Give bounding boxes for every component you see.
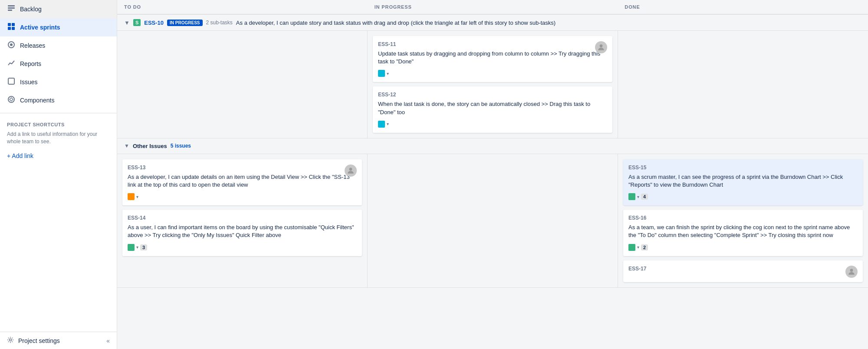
card-ess14[interactable]: ESS-14 As a user, I can find important i…	[122, 210, 362, 256]
other-inprogress-cell	[368, 154, 618, 287]
card-ess16-title: As a team, we can finish the sprint by c…	[628, 224, 858, 239]
sidebar-item-reports-label: Reports	[20, 60, 41, 67]
reports-icon	[7, 59, 16, 69]
settings-icon	[7, 336, 14, 345]
col-header-todo: TO DO	[117, 0, 368, 14]
sidebar-item-issues[interactable]: Issues	[0, 73, 117, 91]
other-issues-collapse-icon: ▼	[124, 143, 129, 149]
ess12-type-badge	[378, 121, 385, 128]
ess11-chevron[interactable]: ▾	[387, 71, 389, 76]
svg-rect-2	[8, 10, 12, 11]
sidebar-item-backlog[interactable]: Backlog	[0, 0, 117, 18]
col-header-done: DONE	[618, 0, 868, 14]
svg-point-14	[850, 269, 853, 272]
sidebar-item-releases-label: Releases	[20, 42, 45, 49]
other-issues-columns: ESS-13 As a developer, I can update deta…	[117, 154, 868, 288]
card-ess11-badges: ▾	[378, 70, 607, 77]
card-ess11-title: Update task status by dragging and dropp…	[378, 50, 607, 66]
card-ess15[interactable]: ESS-15 As a scrum master, I can see the …	[623, 159, 863, 205]
other-issues-count: 5 issues	[171, 143, 191, 149]
card-ess16-id: ESS-16	[628, 215, 858, 221]
story-ess10: ▼ S ESS-10 IN PROGRESS 2 sub-tasks As a …	[117, 15, 868, 138]
card-ess13[interactable]: ESS-13 As a developer, I can update deta…	[122, 159, 362, 205]
ess15-type-badge	[628, 193, 635, 200]
backlog-icon	[7, 4, 16, 14]
ess14-type-badge	[128, 244, 135, 251]
story-ess10-id: ESS-10	[144, 20, 164, 26]
other-issues-section-header[interactable]: ▼ Other Issues 5 issues	[117, 138, 868, 154]
card-ess15-badges: ▾ 4	[628, 193, 858, 200]
ess16-count: 2	[641, 244, 648, 250]
ess10-done-cell	[618, 31, 868, 138]
other-issues-label: Other Issues	[133, 143, 167, 149]
svg-point-11	[10, 339, 12, 341]
card-ess14-badges: ▾ 3	[128, 244, 357, 251]
collapse-icon: «	[106, 337, 110, 344]
card-ess16-badges: ▾ 2	[628, 244, 858, 251]
svg-rect-5	[8, 27, 11, 30]
card-ess13-title: As a developer, I can update details on …	[128, 173, 357, 189]
sidebar-item-components[interactable]: Components	[0, 91, 117, 109]
card-ess13-badges: ▾	[128, 193, 357, 200]
card-ess12-id: ESS-12	[378, 92, 607, 98]
shortcuts-label: PROJECT SHORTCUTS	[0, 117, 117, 129]
ess14-chevron[interactable]: ▾	[136, 245, 138, 250]
board-body: ▼ S ESS-10 IN PROGRESS 2 sub-tasks As a …	[117, 15, 868, 349]
sidebar-item-issues-label: Issues	[20, 79, 37, 86]
story-collapse-arrow: ▼	[124, 20, 130, 26]
ess16-type-badge	[628, 244, 635, 251]
card-ess12[interactable]: ESS-12 When the last task is done, the s…	[373, 86, 612, 132]
card-ess13-id: ESS-13	[128, 165, 357, 171]
ess15-count: 4	[641, 194, 648, 200]
components-icon	[7, 95, 16, 105]
add-link-button[interactable]: + Add link	[0, 149, 117, 163]
card-ess12-title: When the last task is done, the story ca…	[378, 100, 607, 116]
ess15-chevron[interactable]: ▾	[637, 194, 639, 199]
svg-point-12	[600, 44, 603, 47]
avatar-ess11	[595, 41, 607, 53]
sidebar-item-active-sprints-label: Active sprints	[20, 24, 60, 31]
board-main: TO DO IN PROGRESS DONE ▼ S ESS-10 IN PRO…	[117, 0, 868, 349]
svg-rect-4	[12, 23, 15, 26]
story-ess10-title: As a developer, I can update story and t…	[236, 20, 556, 26]
sidebar-item-active-sprints[interactable]: Active sprints	[0, 18, 117, 36]
ess16-chevron[interactable]: ▾	[637, 245, 639, 250]
card-ess17[interactable]: ESS-17	[623, 260, 863, 282]
sidebar-item-releases[interactable]: Releases	[0, 36, 117, 55]
story-ess10-header[interactable]: ▼ S ESS-10 IN PROGRESS 2 sub-tasks As a …	[117, 15, 868, 31]
card-ess11[interactable]: ESS-11 Update task status by dragging an…	[373, 36, 612, 82]
card-ess14-title: As a user, I can find important items on…	[128, 224, 357, 239]
card-ess14-id: ESS-14	[128, 215, 357, 221]
svg-rect-9	[8, 78, 14, 84]
other-todo-cell: ESS-13 As a developer, I can update deta…	[117, 154, 368, 287]
card-ess15-title: As a scrum master, I can see the progres…	[628, 173, 858, 189]
sidebar-item-backlog-label: Backlog	[20, 6, 42, 13]
card-ess15-id: ESS-15	[628, 165, 858, 171]
card-ess11-id: ESS-11	[378, 41, 607, 47]
issues-icon	[7, 77, 16, 87]
ess13-chevron[interactable]: ▾	[136, 194, 138, 199]
svg-point-8	[10, 43, 13, 46]
card-ess16[interactable]: ESS-16 As a team, we can finish the spri…	[623, 210, 863, 256]
ess12-chevron[interactable]: ▾	[387, 122, 389, 126]
story-ess10-columns: ESS-11 Update task status by dragging an…	[117, 31, 868, 138]
sidebar-item-components-label: Components	[20, 97, 54, 104]
card-ess12-badges: ▾	[378, 121, 607, 128]
ess14-count: 3	[140, 244, 147, 250]
svg-rect-3	[8, 23, 11, 26]
avatar-ess17	[845, 266, 858, 278]
shortcuts-description: Add a link to useful information for you…	[0, 129, 117, 149]
board-header: TO DO IN PROGRESS DONE	[117, 0, 868, 15]
project-settings-button[interactable]: Project settings «	[0, 332, 117, 349]
avatar-ess13	[345, 165, 357, 177]
sidebar: Backlog Active sprints Releases Reports …	[0, 0, 117, 349]
ess11-type-badge	[378, 70, 385, 77]
svg-rect-1	[8, 7, 15, 9]
story-ess10-green-badge: S	[133, 19, 141, 26]
project-settings-label: Project settings	[18, 337, 60, 344]
story-ess10-subtasks: 2 sub-tasks	[206, 20, 233, 26]
sidebar-item-reports[interactable]: Reports	[0, 55, 117, 73]
svg-rect-6	[12, 27, 15, 30]
card-ess17-id: ESS-17	[628, 266, 858, 272]
story-ess10-status: IN PROGRESS	[167, 20, 202, 26]
